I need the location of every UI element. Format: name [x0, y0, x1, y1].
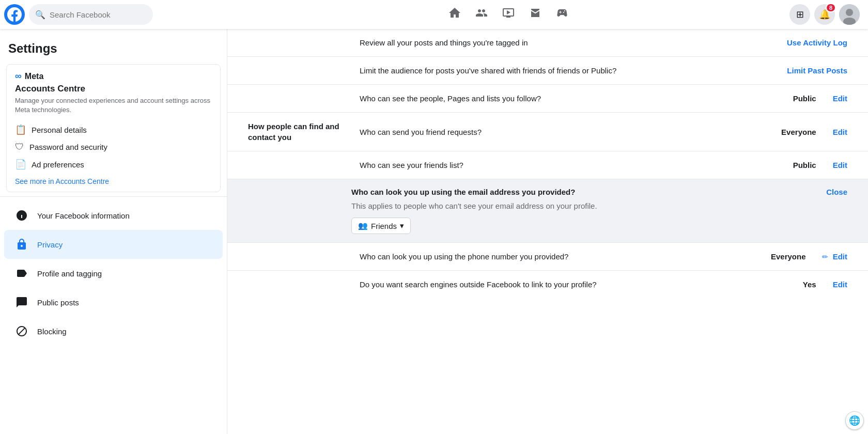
follow-visibility-value: Public — [754, 94, 816, 103]
gaming-nav-button[interactable] — [550, 2, 575, 27]
follow-visibility-action: Edit — [833, 94, 847, 103]
sidebar-item-label: Your Facebook information — [37, 211, 130, 220]
sidebar-item-blocking[interactable]: Blocking — [4, 317, 223, 346]
sidebar-item-facebook-information[interactable]: Your Facebook information — [4, 201, 223, 230]
phone-lookup-value: Everyone — [743, 252, 805, 261]
friends-dropdown-icon: 👥 — [358, 221, 368, 230]
search-icon: 🔍 — [35, 10, 45, 20]
marketplace-icon — [529, 7, 541, 22]
review-posts-row: Review all your posts and things you're … — [227, 29, 868, 57]
pencil-icon: ✏ — [822, 253, 828, 261]
sidebar-item-label: Blocking — [37, 327, 67, 336]
notification-badge: 8 — [826, 3, 836, 12]
phone-lookup-row: Who can look you up using the phone numb… — [227, 243, 868, 271]
friends-list-action: Edit — [833, 161, 847, 169]
search-input[interactable] — [50, 10, 147, 19]
public-posts-icon — [12, 293, 31, 312]
friend-requests-row: How people can find and contact you Who … — [227, 113, 868, 151]
follow-visibility-edit-link[interactable]: Edit — [833, 94, 847, 103]
accounts-centre-title: Accounts Centre — [15, 84, 212, 94]
svg-point-1 — [846, 9, 853, 16]
email-lookup-dropdown[interactable]: 👥 Friends ▾ — [351, 218, 411, 234]
sidebar-item-label: Profile and tagging — [37, 269, 102, 278]
profile-tagging-icon — [12, 264, 31, 283]
ad-preferences-label: Ad preferences — [32, 160, 84, 169]
email-lookup-expanded-row: Who can look you up using the email addr… — [227, 179, 868, 243]
sidebar-item-privacy[interactable]: Privacy — [4, 230, 223, 259]
email-lookup-header: Who can look you up using the email addr… — [351, 188, 847, 196]
home-icon — [448, 7, 461, 22]
sidebar-item-public-posts[interactable]: Public posts — [4, 288, 223, 317]
sidebar-item-label: Public posts — [37, 298, 79, 307]
ad-preferences-icon: 📄 — [15, 159, 26, 170]
blocking-icon — [12, 322, 31, 340]
friend-requests-action: Edit — [833, 128, 847, 136]
ad-preferences-link[interactable]: 📄 Ad preferences — [15, 156, 212, 173]
privacy-icon — [12, 235, 31, 254]
phone-lookup-action: ✏ Edit — [822, 252, 847, 261]
globe-icon: 🌐 — [849, 415, 860, 426]
follow-visibility-content: Who can see the people, Pages and lists … — [360, 93, 746, 104]
information-icon — [12, 206, 31, 225]
limit-past-posts-content: Limit the audience for posts you've shar… — [360, 65, 770, 76]
friends-dropdown-label: Friends — [371, 222, 397, 230]
meta-icon: ∞ — [15, 71, 22, 82]
sidebar: Settings ∞ Meta Accounts Centre Manage y… — [0, 29, 227, 434]
main-content: Review all your posts and things you're … — [227, 29, 868, 434]
follow-visibility-row: Who can see the people, Pages and lists … — [227, 85, 868, 113]
nav-right: ⊞ 🔔 8 — [789, 4, 868, 25]
friends-icon — [475, 7, 488, 22]
friends-nav-button[interactable] — [469, 2, 494, 27]
home-nav-button[interactable] — [442, 2, 467, 27]
friend-requests-content: Who can send you friend requests? — [360, 127, 746, 137]
search-engines-row: Do you want search engines outside Faceb… — [227, 271, 868, 298]
meta-label: Meta — [25, 72, 43, 81]
top-navigation: 🔍 — [0, 0, 868, 29]
chevron-down-icon: ▾ — [400, 221, 404, 230]
use-activity-log-link[interactable]: Use Activity Log — [787, 38, 847, 47]
page-layout: Settings ∞ Meta Accounts Centre Manage y… — [0, 29, 868, 434]
password-security-link[interactable]: 🛡 Password and security — [15, 138, 212, 156]
facebook-logo[interactable] — [4, 4, 25, 25]
sidebar-divider-1 — [0, 196, 227, 197]
find-contact-section: How people can find and contact you Who … — [227, 113, 868, 298]
profile-avatar[interactable] — [839, 4, 860, 25]
gaming-icon — [556, 7, 568, 22]
notifications-wrapper: 🔔 8 — [814, 4, 835, 25]
review-posts-content: Review all your posts and things you're … — [360, 37, 770, 48]
search-engines-action: Edit — [833, 280, 847, 289]
globe-language-button[interactable]: 🌐 — [845, 411, 864, 430]
personal-details-link[interactable]: 📋 Personal details — [15, 121, 212, 138]
friend-requests-value: Everyone — [754, 128, 816, 136]
limit-past-posts-link[interactable]: Limit Past Posts — [787, 66, 847, 75]
friend-requests-edit-link[interactable]: Edit — [833, 128, 847, 136]
apps-icon: ⊞ — [796, 9, 804, 20]
limit-past-posts-row: Limit the audience for posts you've shar… — [227, 57, 868, 85]
watch-nav-button[interactable] — [496, 2, 521, 27]
personal-details-icon: 📋 — [15, 124, 26, 135]
meta-logo: ∞ Meta — [15, 71, 212, 82]
phone-lookup-edit-link[interactable]: Edit — [833, 252, 847, 261]
search-engines-edit-link[interactable]: Edit — [833, 280, 847, 289]
nav-center — [227, 2, 789, 27]
accounts-centre-description: Manage your connected experiences and ac… — [15, 96, 212, 115]
password-security-icon: 🛡 — [15, 142, 24, 152]
email-lookup-description: This applies to people who can't see you… — [351, 200, 847, 211]
see-more-accounts-centre-link[interactable]: See more in Accounts Centre — [15, 177, 212, 185]
friends-list-value: Public — [754, 161, 816, 169]
marketplace-nav-button[interactable] — [523, 2, 548, 27]
email-lookup-title: Who can look you up using the email addr… — [351, 188, 826, 196]
friends-list-edit-link[interactable]: Edit — [833, 161, 847, 169]
search-bar[interactable]: 🔍 — [29, 4, 153, 25]
email-lookup-close-link[interactable]: Close — [826, 188, 847, 196]
accounts-centre-card: ∞ Meta Accounts Centre Manage your conne… — [6, 64, 221, 192]
sidebar-item-profile-tagging[interactable]: Profile and tagging — [4, 259, 223, 288]
apps-button[interactable]: ⊞ — [789, 4, 810, 25]
friends-list-row: Who can see your friends list? Public Ed… — [227, 151, 868, 179]
use-activity-log-action: Use Activity Log — [787, 38, 847, 47]
friends-list-content: Who can see your friends list? — [360, 160, 746, 171]
search-engines-content: Do you want search engines outside Faceb… — [360, 279, 746, 290]
settings-title: Settings — [0, 37, 227, 64]
sidebar-item-label: Privacy — [37, 240, 63, 249]
phone-lookup-content: Who can look you up using the phone numb… — [360, 251, 735, 262]
